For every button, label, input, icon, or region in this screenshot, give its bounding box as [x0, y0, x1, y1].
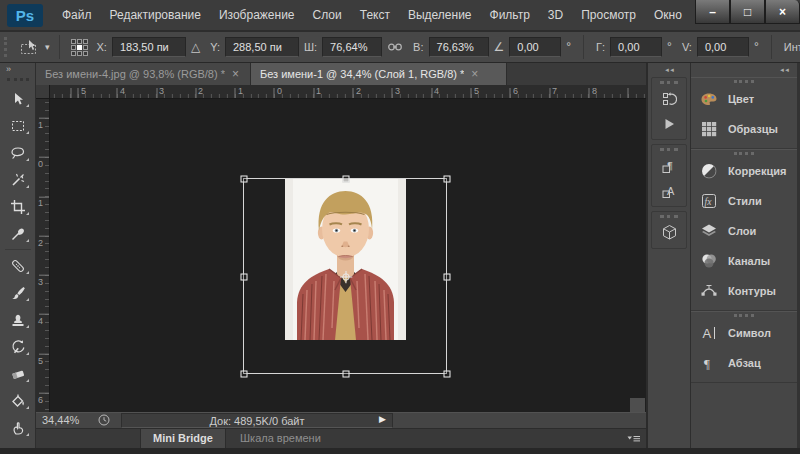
options-grip[interactable]: [4, 37, 10, 57]
panel-group-grip[interactable]: [734, 80, 754, 83]
tool-eyedropper[interactable]: [0, 220, 35, 247]
svg-text:fx: fx: [705, 197, 713, 207]
menu-image[interactable]: Изображение: [210, 0, 304, 30]
panels-collapse-icon[interactable]: ◄◄: [691, 63, 797, 77]
document-tab-title: Без имени-4.jpg @ 93,8% (RGB/8) *: [45, 68, 225, 80]
panel-menu-icon[interactable]: [627, 435, 641, 443]
tool-dodge[interactable]: [0, 441, 35, 448]
toolbar-grip[interactable]: [7, 78, 29, 81]
handle-middle-right[interactable]: [444, 274, 451, 281]
panel-button-layers[interactable]: Слои: [691, 216, 797, 246]
paragraph-styles-panel-button[interactable]: ¶: [652, 153, 686, 178]
tool-history-brush[interactable]: [0, 333, 35, 360]
layers-icon: [700, 222, 718, 240]
menu-select[interactable]: Выделение: [399, 0, 481, 30]
menu-type[interactable]: Текст: [351, 0, 399, 30]
panel-group-grip[interactable]: [734, 152, 754, 155]
panel-button-character[interactable]: A Символ: [691, 318, 797, 348]
rail-grip[interactable]: [660, 81, 678, 84]
handle-bottom-center[interactable]: [343, 371, 350, 378]
link-dimensions-icon[interactable]: [387, 41, 403, 53]
history-panel-button[interactable]: [652, 86, 686, 111]
tool-brush[interactable]: [0, 279, 35, 306]
height-scale-field[interactable]: 76,63%: [429, 37, 489, 57]
transform-bounding-box[interactable]: [243, 178, 447, 374]
tool-move[interactable]: [0, 85, 35, 112]
bottom-panel-bar: Mini Bridge Шкала времени: [36, 428, 646, 448]
menu-layers[interactable]: Слои: [304, 0, 351, 30]
toolbar-collapse-icon[interactable]: »: [0, 63, 35, 76]
zoom-level-field[interactable]: 34,44%: [42, 414, 79, 426]
canvas-scroll-corner[interactable]: [630, 398, 645, 412]
panel-button-color[interactable]: Цвет: [691, 84, 797, 114]
tool-smudge[interactable]: [0, 414, 35, 441]
rail-grip[interactable]: [660, 215, 678, 218]
menu-window[interactable]: Окно: [645, 0, 691, 30]
tool-preset-arrow[interactable]: ▾: [45, 42, 50, 52]
window-controls: – □ ×: [695, 0, 800, 24]
x-position-field[interactable]: 183,50 пи: [112, 37, 186, 57]
minimize-button[interactable]: –: [695, 0, 730, 24]
panel-group-grip[interactable]: [734, 314, 754, 317]
actions-panel-button[interactable]: [652, 111, 686, 136]
h-skew-field[interactable]: 0,00: [610, 37, 662, 57]
relative-position-toggle[interactable]: △: [191, 40, 200, 54]
menu-3d[interactable]: 3D: [539, 0, 572, 30]
svg-text:A: A: [703, 326, 712, 341]
x-label: X:: [97, 41, 107, 53]
transform-tool-icon[interactable]: [19, 39, 41, 55]
close-button[interactable]: ×: [765, 0, 800, 24]
tool-crop[interactable]: [0, 193, 35, 220]
tool-quick-selection[interactable]: [0, 166, 35, 193]
tool-paint-bucket[interactable]: [0, 387, 35, 414]
tool-clone-stamp[interactable]: [0, 306, 35, 333]
tool-spot-healing-brush[interactable]: [0, 252, 35, 279]
menu-filter[interactable]: Фильтр: [481, 0, 539, 30]
close-tab-icon[interactable]: ×: [471, 67, 478, 81]
tools-panel: »: [0, 63, 36, 448]
y-position-field[interactable]: 288,50 пи: [225, 37, 299, 57]
width-scale-field[interactable]: 76,64%: [322, 37, 382, 57]
rotation-field[interactable]: 0,00: [509, 37, 561, 57]
tool-eraser[interactable]: [0, 360, 35, 387]
swatches-icon: [700, 120, 718, 138]
panel-button-paths[interactable]: Контуры: [691, 276, 797, 306]
menu-file[interactable]: Файл: [53, 0, 101, 30]
document-tab-active[interactable]: Без имени-1 @ 34,4% (Слой 1, RGB/8) * ×: [251, 63, 507, 85]
ruler-origin-corner[interactable]: [36, 85, 50, 99]
document-size-field[interactable]: Док: 489,5K/0 байт ▶: [121, 413, 393, 428]
tool-rectangular-marquee[interactable]: [0, 112, 35, 139]
tab-timeline[interactable]: Шкала времени: [228, 429, 333, 448]
maximize-button[interactable]: □: [730, 0, 765, 24]
paragraph-icon: ¶: [700, 354, 718, 372]
rail-collapse-icon[interactable]: ◄◄: [648, 63, 690, 77]
rail-grip[interactable]: [660, 148, 678, 151]
panel-button-channels[interactable]: Каналы: [691, 246, 797, 276]
close-tab-icon[interactable]: ×: [232, 67, 239, 81]
handle-middle-left[interactable]: [241, 274, 248, 281]
handle-bottom-right[interactable]: [444, 371, 451, 378]
tool-lasso[interactable]: [0, 139, 35, 166]
handle-top-left[interactable]: [241, 176, 248, 183]
clock-icon[interactable]: [98, 414, 110, 426]
character-styles-panel-button[interactable]: A: [652, 178, 686, 203]
status-popup-arrow[interactable]: ▶: [379, 414, 386, 424]
3d-panel-button[interactable]: [652, 220, 686, 245]
handle-bottom-left[interactable]: [241, 371, 248, 378]
reference-point-locator[interactable]: [71, 39, 88, 56]
document-tab-inactive[interactable]: Без имени-4.jpg @ 93,8% (RGB/8) * ×: [36, 63, 251, 85]
handle-top-right[interactable]: [444, 176, 451, 183]
svg-text:A: A: [667, 185, 675, 197]
transform-reference-point[interactable]: [340, 271, 353, 284]
menu-view[interactable]: Просмотр: [572, 0, 645, 30]
tab-mini-bridge[interactable]: Mini Bridge: [140, 429, 226, 448]
panel-button-adjustments[interactable]: Коррекция: [691, 156, 797, 186]
v-skew-field[interactable]: 0,00: [697, 37, 749, 57]
panel-button-swatches[interactable]: Образцы: [691, 114, 797, 144]
interpolation-label: Интерполяция:: [784, 41, 800, 53]
handle-top-center[interactable]: [343, 176, 350, 183]
panel-button-paragraph[interactable]: ¶ Абзац: [691, 348, 797, 378]
panel-button-styles[interactable]: fx Стили: [691, 186, 797, 216]
menu-edit[interactable]: Редактирование: [101, 0, 210, 30]
channels-icon: [700, 252, 718, 270]
